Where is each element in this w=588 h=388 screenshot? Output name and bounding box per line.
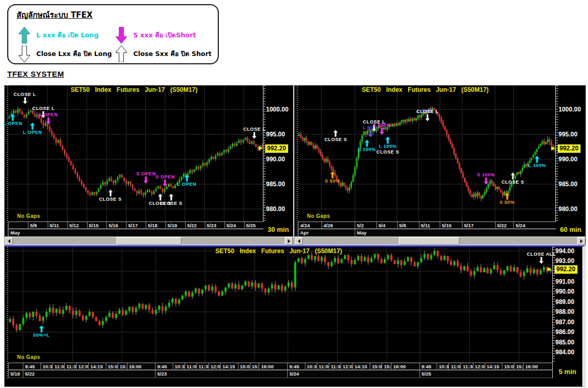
scrollbar-thumb[interactable] [116,237,181,245]
price-axis-label: 990.00 [266,156,285,163]
legend-item-close-long: Close Lxx คือ ปิด Long [19,45,112,63]
x-axis-cell: 14:15 [220,363,238,369]
scrollbar-thumb[interactable] [399,237,459,245]
x-axis-cell: 5/11 [419,222,440,228]
x-axis-cell: 15:30 [118,363,127,369]
x-axis-cell: 10:30 [437,363,449,369]
x-axis-cell: 5/2 [355,222,376,228]
short-open-arrow-icon [116,27,127,44]
price-axis: 1000.00995.00990.00985.00980.00992.20 [555,86,585,237]
price-axis-label: 994.00 [555,247,575,255]
x-axis-cell: 10:30 [173,363,185,369]
x-axis-cell: 12:00 [208,363,220,369]
candlestick-canvas [8,247,552,363]
x-axis-cell: 9:45 [287,363,305,369]
x-axis-cell: 11:30 [460,363,472,369]
month-axis-row: AprMay [298,229,556,237]
x-axis-cell: 14:15 [88,363,106,369]
scroll-left-icon [8,239,10,243]
x-axis-cell: 5/23 [155,370,287,378]
x-axis-cell: 4/26 [321,222,355,228]
x-axis-cell: 5/12 [67,222,87,228]
legend-item-label: S xxx คือ เปิดShort [133,30,196,40]
x-axis-cell: 5/17 [462,222,495,228]
price-axis-label: 985.00 [558,181,578,188]
close-long-arrow-icon [19,46,30,62]
x-axis-cell: 12:00 [341,363,353,369]
chart-plot[interactable] [8,247,552,363]
price-axis-ticks [263,86,265,221]
horizontal-scrollbar[interactable] [5,237,293,245]
date-axis-row: 5/195/225/235/245/25 [8,370,552,378]
time-axis-row: 9:4510:3011:0011:3012:0014:1515:0015:301… [8,363,552,370]
last-price-badge: 992.20 [557,144,581,153]
x-axis-cell: 5/11 [48,222,67,228]
x-axis-cell: Apr [298,229,355,237]
legend-item-long-open: L xxx คือ เปิด Long [19,26,99,45]
x-axis-cell: 5/9 [28,222,48,228]
price-axis-label: 990.00 [555,288,575,295]
x-axis-cell: 11:00 [449,363,460,369]
x-axis-cell: 11:00 [185,363,197,369]
x-axis-cell: 5/19 [8,370,23,378]
left-price-ruler [5,247,8,378]
legend-item-label: Close Sxx คือ ปิด Short [133,49,212,59]
x-axis-cell: 5/22 [185,222,205,228]
price-axis-label: 984.00 [555,349,575,356]
x-axis-cell: 9:45 [23,363,40,369]
x-axis-cell: 15:30 [514,363,523,369]
x-axis-cell: 10:30 [305,363,317,369]
close-short-arrow-icon [116,46,127,62]
price-axis-label: 991.00 [555,278,575,285]
price-axis-ticks [553,247,555,363]
no-gaps-label: No Gaps [307,213,330,219]
price-axis-label: 1000.00 [266,106,288,113]
x-axis-cell: 11:30 [197,363,208,369]
scrollbar-track[interactable] [13,237,285,245]
x-axis-cell: 15:30 [382,363,391,369]
x-axis-cell: 5/22 [495,222,514,228]
x-axis-cell: 14:15 [353,363,370,369]
x-axis-cell [8,222,28,228]
candlestick-canvas [8,86,263,221]
no-gaps-label: No Gaps [17,213,40,219]
horizontal-scrollbar[interactable] [295,237,585,245]
timeframe-label: 30 min [264,226,292,233]
x-axis-cell: 12:00 [473,363,485,369]
x-axis-cell: 15:00 [238,363,250,369]
x-axis-cell: May [355,229,556,237]
x-axis-cell: 11:00 [317,363,329,369]
price-axis-label: 990.00 [558,156,578,163]
long-open-arrow-icon [19,27,30,44]
scroll-left-button[interactable] [295,237,303,245]
x-axis-cell: 5/17 [126,222,146,228]
scroll-left-button[interactable] [5,237,13,245]
x-axis-cell: 4/24 [298,222,321,228]
x-axis-cell [8,363,23,369]
chart-plot[interactable] [298,86,556,221]
legend-item-label: Close Lxx คือ ปิด Long [36,49,112,59]
legend-box: สัญลักษณ์ระบบ TFEX L xxx คือ เปิด Long S… [7,4,219,64]
x-axis-cell: 15:00 [106,363,118,369]
page-title: TFEX SYSTEM [7,70,64,78]
scrollbar-track[interactable] [303,237,577,245]
price-axis-label: 985.00 [555,339,575,346]
timeframe-label: 60 min [556,226,585,233]
x-axis-cell: 5/25 [419,370,552,378]
scroll-right-icon [580,239,583,243]
price-axis-label: 980.00 [558,205,578,213]
price-axis-label: 993.00 [555,257,575,265]
price-axis: 994.00993.00992.00991.00990.00989.00988.… [552,247,582,378]
scroll-right-button[interactable] [285,237,293,245]
x-axis-cell: 5/15 [87,222,107,228]
x-axis-cell: 11:30 [64,363,76,369]
no-gaps-label: No Gaps [17,354,40,360]
x-axis-cell: 15:30 [250,363,259,369]
scroll-right-icon [288,239,290,243]
chart-window-5min: SET50 Index Futures Jun-17 (S50M17) 50%=… [4,245,586,387]
x-axis-cell: 14:15 [485,363,502,369]
x-axis-cell: 5/24 [225,222,244,228]
scroll-right-button[interactable] [577,237,585,245]
scroll-left-icon [298,239,300,243]
chart-plot[interactable] [8,86,263,221]
